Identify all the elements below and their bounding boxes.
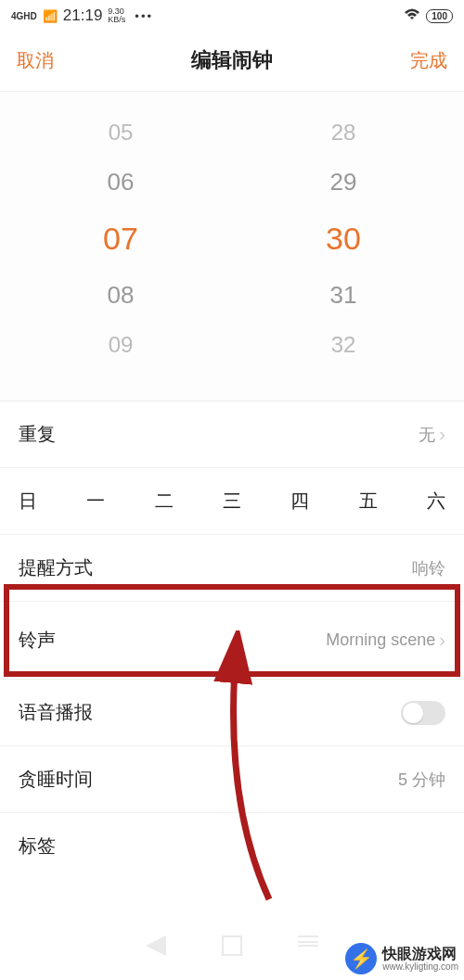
net-speed: 9.30KB/s [108,7,125,24]
weekday-fri[interactable]: 五 [359,489,378,514]
repeat-label: 重复 [19,422,56,447]
voice-toggle[interactable] [401,701,445,725]
picker-item: 31 [330,270,357,321]
chevron-right-icon: › [439,424,445,445]
weekday-thu[interactable]: 四 [290,489,309,514]
picker-item: 06 [108,157,135,208]
weekday-tue[interactable]: 二 [155,489,174,514]
network-indicator: 4GHD [11,11,37,21]
picker-item-selected: 30 [326,208,361,270]
picker-item: 32 [331,321,356,369]
home-icon [222,935,242,956]
remind-label: 提醒方式 [19,555,93,580]
battery-indicator: 100 [426,9,453,23]
remind-row[interactable]: 提醒方式 响铃 [0,535,464,602]
tag-row[interactable]: 标签 [0,813,464,879]
picker-item: 29 [330,157,357,208]
snooze-row[interactable]: 贪睡时间 5 分钟 [0,746,464,813]
picker-item: 09 [109,321,134,369]
minute-wheel[interactable]: 28 29 30 31 32 [254,108,432,369]
watermark-title: 快眼游戏网 [382,946,458,962]
recents-icon [298,935,318,947]
bolt-icon: ⚡ [345,943,377,974]
snooze-label: 贪睡时间 [19,767,93,792]
status-bar: 4GHD 📶 21:19 9.30KB/s ••• 100 [0,0,464,32]
picker-item: 28 [331,108,356,157]
nav-bar: 取消 编辑闹钟 完成 [0,32,464,91]
voice-label: 语音播报 [19,700,93,725]
chevron-right-icon: › [439,630,445,651]
weekday-sun[interactable]: 日 [19,489,37,514]
weekday-sat[interactable]: 六 [427,489,445,514]
ringtone-row[interactable]: 铃声 Morning scene › [0,602,464,680]
voice-row: 语音播报 [0,680,464,746]
tag-label: 标签 [19,834,56,859]
watermark: ⚡ 快眼游戏网 www.kyligting.com [345,943,458,974]
signal-icon: 📶 [43,9,58,23]
remind-value: 响铃 [412,557,445,579]
snooze-value: 5 分钟 [398,769,445,791]
status-time: 21:19 [63,6,103,25]
watermark-url: www.kyligting.com [382,961,458,972]
picker-item: 05 [109,108,134,157]
wifi-icon [404,8,420,24]
weekday-row: 日 一 二 三 四 五 六 [0,468,464,535]
weekday-wed[interactable]: 三 [223,489,241,514]
back-icon [146,935,166,956]
more-dots-icon: ••• [135,9,153,23]
android-nav-bar [146,935,318,956]
done-button[interactable]: 完成 [410,48,447,73]
ringtone-value: Morning scene [326,630,435,650]
page-title: 编辑闹钟 [191,46,273,74]
repeat-value: 无 [419,424,435,446]
picker-item: 08 [108,270,135,321]
ringtone-label: 铃声 [19,628,56,653]
time-picker[interactable]: 05 06 07 08 09 28 29 30 31 32 [0,91,464,401]
picker-item-selected: 07 [103,208,138,270]
hour-wheel[interactable]: 05 06 07 08 09 [32,108,210,369]
cancel-button[interactable]: 取消 [17,48,54,73]
repeat-row[interactable]: 重复 无 › [0,401,464,468]
weekday-mon[interactable]: 一 [86,489,105,514]
